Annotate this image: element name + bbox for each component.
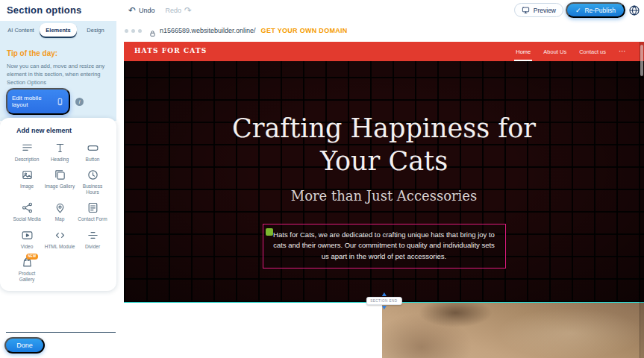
check-icon: ✓ <box>575 7 581 14</box>
element-grid: Description Heading Button Image Image G… <box>0 136 116 285</box>
scrollbar-track[interactable] <box>640 42 644 358</box>
element-label: Social Media <box>13 216 40 222</box>
button-icon <box>87 142 99 154</box>
tab-ai-content[interactable]: AI Content <box>2 23 40 38</box>
redo-button[interactable]: Redo ↷ <box>166 6 193 15</box>
window-dot-icon <box>131 29 135 33</box>
get-own-domain-link[interactable]: GET YOUR OWN DOMAIN <box>261 27 348 34</box>
section-end-label: SECTION END <box>366 297 401 305</box>
element-tile-image[interactable]: Image <box>10 165 43 198</box>
hero-title-line-2: Your Cats <box>124 145 644 178</box>
undo-redo-group: ↶ Undo Redo ↷ <box>128 0 192 21</box>
preview-button[interactable]: Preview <box>514 3 563 17</box>
nav-about-us[interactable]: About Us <box>543 48 566 55</box>
element-tile-social-media[interactable]: Social Media <box>10 198 43 224</box>
resize-arrow-down-icon <box>381 306 386 310</box>
element-label: Button <box>86 157 100 163</box>
sidebar-tabs: AI Content Elements Design <box>2 23 114 38</box>
element-tile-contact-form[interactable]: Contact Form <box>76 198 109 224</box>
tab-elements[interactable]: Elements <box>40 23 77 38</box>
section-resize-handle[interactable]: SECTION END <box>366 292 401 310</box>
element-label: Business Hours <box>77 183 108 195</box>
redo-icon: ↷ <box>184 6 192 15</box>
window-dot-icon <box>125 29 128 33</box>
done-button[interactable]: Done <box>4 337 45 354</box>
undo-button[interactable]: ↶ Undo <box>128 6 155 15</box>
element-tile-product-gallery[interactable]: NEW Product Gallery <box>10 252 43 285</box>
element-tile-html-module[interactable]: HTML Module <box>43 225 76 252</box>
scrollbar-thumb[interactable] <box>640 45 643 76</box>
element-label: Map <box>55 216 65 222</box>
add-element-panel: Add new element Description Heading Butt… <box>0 118 116 291</box>
html-module-icon <box>54 229 66 242</box>
globe-icon <box>628 4 640 16</box>
element-label: Divider <box>85 244 100 250</box>
divider-icon <box>87 229 99 242</box>
element-tile-heading[interactable]: Heading <box>43 138 76 165</box>
element-tile-business-hours[interactable]: Business Hours <box>76 165 109 198</box>
tip-of-the-day-heading: Tip of the day: <box>7 49 57 57</box>
site-logo[interactable]: HATS FOR CATS <box>134 47 207 54</box>
text-lines-icon <box>21 142 34 154</box>
element-tile-image-gallery[interactable]: Image Gallery <box>43 165 76 198</box>
nav-home[interactable]: Home <box>516 48 531 55</box>
hero-section[interactable]: Crafting Happiness for Your Cats More th… <box>124 61 644 302</box>
element-tile-description[interactable]: Description <box>10 138 43 165</box>
monitor-icon <box>522 6 530 14</box>
social-media-icon <box>21 201 34 214</box>
top-toolbar: Section options ↶ Undo Redo ↷ Preview ✓ … <box>0 0 644 21</box>
element-label: Description <box>15 157 40 163</box>
republish-label: Re-Publish <box>584 7 616 14</box>
hero-title[interactable]: Crafting Happiness for Your Cats <box>124 61 644 178</box>
element-label: Heading <box>51 157 69 163</box>
element-tile-video[interactable]: Video <box>10 225 43 252</box>
site-url: n1566589.websitebuilder.online/ <box>160 27 256 34</box>
hero-title-line-1: Crafting Happiness for <box>124 112 644 145</box>
new-badge: NEW <box>26 254 38 260</box>
page-title: Section options <box>7 4 82 16</box>
map-pin-icon <box>54 201 66 214</box>
window-dot-icon <box>138 29 142 33</box>
info-icon[interactable]: i <box>75 98 84 106</box>
nav-contact-us[interactable]: Contact us <box>579 48 606 55</box>
undo-icon: ↶ <box>128 6 136 15</box>
element-tile-button[interactable]: Button <box>76 138 109 165</box>
hero-subtitle[interactable]: More than Just Accessories <box>124 188 644 204</box>
language-globe-button[interactable] <box>628 4 640 16</box>
next-section <box>124 303 644 358</box>
selected-text-element[interactable]: Hats for Cats, we are dedicated to craft… <box>263 224 506 268</box>
site-nav: Home About Us Contact us ⋯ <box>516 42 626 61</box>
heading-icon <box>54 142 66 154</box>
image-gallery-icon <box>54 169 66 181</box>
redo-label: Redo <box>166 7 182 14</box>
element-label: Contact Form <box>78 216 107 222</box>
cat-photo <box>382 303 644 358</box>
site-header: HATS FOR CATS Home About Us Contact us ⋯ <box>124 42 644 61</box>
sidebar: AI Content Elements Design Tip of the da… <box>0 21 116 358</box>
element-label: HTML Module <box>45 244 75 250</box>
browser-url-bar: n1566589.websitebuilder.online/ GET YOUR… <box>125 25 348 37</box>
edit-mobile-layout-button[interactable]: Edit mobile layout <box>6 88 70 115</box>
sidebar-divider <box>6 332 116 333</box>
element-drag-handle-icon[interactable] <box>266 228 273 236</box>
element-label: Video <box>21 244 34 250</box>
add-element-heading: Add new element <box>0 118 116 136</box>
app-window: Section options ↶ Undo Redo ↷ Preview ✓ … <box>0 0 644 358</box>
element-tile-divider[interactable]: Divider <box>76 225 109 252</box>
video-icon <box>21 229 34 242</box>
element-tile-map[interactable]: Map <box>43 198 76 224</box>
resize-arrow-up-icon <box>381 292 386 296</box>
hero-paragraph: Hats for Cats, we are dedicated to craft… <box>273 230 495 260</box>
element-label: Image Gallery <box>45 183 75 189</box>
mobile-phone-icon <box>56 96 64 107</box>
undo-label: Undo <box>139 7 155 14</box>
republish-button[interactable]: ✓ Re-Publish <box>566 2 625 18</box>
lock-icon <box>149 27 156 34</box>
contact-form-icon <box>87 201 99 214</box>
site-preview: HATS FOR CATS Home About Us Contact us ⋯… <box>124 42 644 358</box>
element-label: Product Gallery <box>11 271 43 283</box>
edit-mobile-label: Edit mobile layout <box>12 95 51 108</box>
element-label: Image <box>20 183 34 189</box>
tab-design[interactable]: Design <box>77 23 114 38</box>
edit-mobile-row: Edit mobile layout i <box>6 88 84 115</box>
